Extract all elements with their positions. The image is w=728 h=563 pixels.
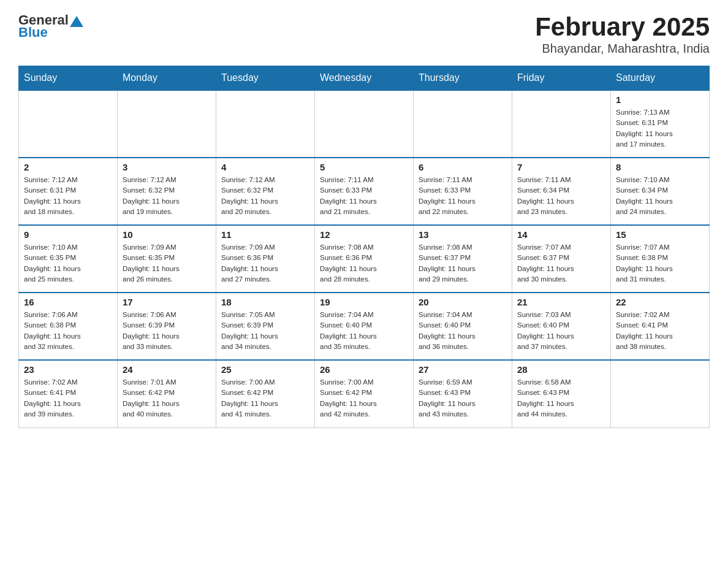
day-number: 8 (616, 162, 704, 172)
day-info: Sunrise: 7:11 AMSunset: 6:33 PMDaylight:… (320, 175, 408, 217)
day-info: Sunrise: 7:08 AMSunset: 6:37 PMDaylight:… (419, 242, 507, 285)
day-info: Sunrise: 7:11 AMSunset: 6:33 PMDaylight:… (419, 175, 507, 217)
calendar-cell: 8Sunrise: 7:10 AMSunset: 6:34 PMDaylight… (611, 158, 710, 225)
calendar-header-monday: Monday (118, 66, 216, 91)
day-number: 18 (221, 297, 309, 307)
calendar-cell: 5Sunrise: 7:11 AMSunset: 6:33 PMDaylight… (315, 158, 414, 225)
calendar-header-thursday: Thursday (414, 66, 512, 91)
day-info: Sunrise: 7:10 AMSunset: 6:35 PMDaylight:… (24, 242, 112, 285)
day-info: Sunrise: 7:02 AMSunset: 6:41 PMDaylight:… (24, 377, 112, 419)
calendar-cell: 4Sunrise: 7:12 AMSunset: 6:32 PMDaylight… (216, 158, 315, 225)
day-info: Sunrise: 6:59 AMSunset: 6:43 PMDaylight:… (419, 377, 507, 419)
day-number: 25 (221, 364, 309, 375)
calendar-cell: 11Sunrise: 7:09 AMSunset: 6:36 PMDayligh… (216, 225, 315, 293)
svg-marker-0 (70, 16, 83, 27)
day-info: Sunrise: 7:03 AMSunset: 6:40 PMDaylight:… (517, 310, 605, 352)
day-number: 3 (123, 162, 211, 172)
page-header: General Blue February 2025 Bhayandar, Ma… (18, 12, 710, 56)
day-number: 23 (24, 364, 112, 375)
day-info: Sunrise: 7:07 AMSunset: 6:37 PMDaylight:… (517, 242, 605, 285)
calendar-cell: 20Sunrise: 7:04 AMSunset: 6:40 PMDayligh… (414, 293, 512, 360)
calendar-cell: 13Sunrise: 7:08 AMSunset: 6:37 PMDayligh… (414, 225, 512, 293)
calendar-header-wednesday: Wednesday (315, 66, 414, 91)
day-info: Sunrise: 7:06 AMSunset: 6:39 PMDaylight:… (123, 310, 211, 352)
day-info: Sunrise: 7:04 AMSunset: 6:40 PMDaylight:… (320, 310, 408, 352)
calendar-table: SundayMondayTuesdayWednesdayThursdayFrid… (18, 66, 710, 428)
logo-text-blue: Blue (18, 25, 48, 40)
day-info: Sunrise: 7:12 AMSunset: 6:31 PMDaylight:… (24, 175, 112, 217)
calendar-cell (118, 90, 216, 158)
calendar-cell: 3Sunrise: 7:12 AMSunset: 6:32 PMDaylight… (118, 158, 216, 225)
calendar-cell: 18Sunrise: 7:05 AMSunset: 6:39 PMDayligh… (216, 293, 315, 360)
day-number: 24 (123, 364, 211, 375)
day-number: 17 (123, 297, 211, 307)
title-block: February 2025 Bhayandar, Maharashtra, In… (535, 12, 710, 56)
calendar-cell (611, 360, 710, 427)
day-info: Sunrise: 7:07 AMSunset: 6:38 PMDaylight:… (616, 242, 704, 285)
calendar-cell: 27Sunrise: 6:59 AMSunset: 6:43 PMDayligh… (414, 360, 512, 427)
calendar-header-saturday: Saturday (611, 66, 710, 91)
logo: General Blue (18, 12, 83, 40)
week-row-3: 9Sunrise: 7:10 AMSunset: 6:35 PMDaylight… (19, 225, 710, 293)
day-info: Sunrise: 7:08 AMSunset: 6:36 PMDaylight:… (320, 242, 408, 285)
day-number: 15 (616, 229, 704, 240)
day-info: Sunrise: 7:01 AMSunset: 6:42 PMDaylight:… (123, 377, 211, 419)
page-title: February 2025 (535, 12, 710, 42)
day-number: 11 (221, 229, 309, 240)
calendar-cell: 19Sunrise: 7:04 AMSunset: 6:40 PMDayligh… (315, 293, 414, 360)
day-number: 14 (517, 229, 605, 240)
calendar-cell: 10Sunrise: 7:09 AMSunset: 6:35 PMDayligh… (118, 225, 216, 293)
calendar-cell: 14Sunrise: 7:07 AMSunset: 6:37 PMDayligh… (512, 225, 611, 293)
page-subtitle: Bhayandar, Maharashtra, India (535, 42, 710, 56)
calendar-cell (512, 90, 611, 158)
calendar-cell (414, 90, 512, 158)
calendar-cell: 23Sunrise: 7:02 AMSunset: 6:41 PMDayligh… (19, 360, 118, 427)
day-number: 7 (517, 162, 605, 172)
day-number: 5 (320, 162, 408, 172)
day-info: Sunrise: 7:10 AMSunset: 6:34 PMDaylight:… (616, 175, 704, 217)
calendar-header-sunday: Sunday (19, 66, 118, 91)
day-info: Sunrise: 6:58 AMSunset: 6:43 PMDaylight:… (517, 377, 605, 419)
calendar-cell (19, 90, 118, 158)
day-number: 1 (616, 94, 704, 105)
day-number: 20 (419, 297, 507, 307)
day-number: 16 (24, 297, 112, 307)
day-number: 2 (24, 162, 112, 172)
calendar-cell: 1Sunrise: 7:13 AMSunset: 6:31 PMDaylight… (611, 90, 710, 158)
calendar-cell: 17Sunrise: 7:06 AMSunset: 6:39 PMDayligh… (118, 293, 216, 360)
day-info: Sunrise: 7:12 AMSunset: 6:32 PMDaylight:… (221, 175, 309, 217)
day-info: Sunrise: 7:11 AMSunset: 6:34 PMDaylight:… (517, 175, 605, 217)
day-info: Sunrise: 7:00 AMSunset: 6:42 PMDaylight:… (221, 377, 309, 419)
calendar-cell (216, 90, 315, 158)
day-info: Sunrise: 7:13 AMSunset: 6:31 PMDaylight:… (616, 107, 704, 150)
day-number: 13 (419, 229, 507, 240)
day-number: 28 (517, 364, 605, 375)
calendar-cell: 2Sunrise: 7:12 AMSunset: 6:31 PMDaylight… (19, 158, 118, 225)
day-number: 9 (24, 229, 112, 240)
day-number: 21 (517, 297, 605, 307)
calendar-cell: 16Sunrise: 7:06 AMSunset: 6:38 PMDayligh… (19, 293, 118, 360)
day-info: Sunrise: 7:09 AMSunset: 6:35 PMDaylight:… (123, 242, 211, 285)
calendar-cell: 28Sunrise: 6:58 AMSunset: 6:43 PMDayligh… (512, 360, 611, 427)
week-row-4: 16Sunrise: 7:06 AMSunset: 6:38 PMDayligh… (19, 293, 710, 360)
week-row-2: 2Sunrise: 7:12 AMSunset: 6:31 PMDaylight… (19, 158, 710, 225)
day-number: 27 (419, 364, 507, 375)
week-row-5: 23Sunrise: 7:02 AMSunset: 6:41 PMDayligh… (19, 360, 710, 427)
day-number: 6 (419, 162, 507, 172)
calendar-cell: 9Sunrise: 7:10 AMSunset: 6:35 PMDaylight… (19, 225, 118, 293)
day-info: Sunrise: 7:05 AMSunset: 6:39 PMDaylight:… (221, 310, 309, 352)
logo-arrow-icon (70, 13, 83, 27)
calendar-header-row: SundayMondayTuesdayWednesdayThursdayFrid… (19, 66, 710, 91)
calendar-cell: 6Sunrise: 7:11 AMSunset: 6:33 PMDaylight… (414, 158, 512, 225)
day-info: Sunrise: 7:02 AMSunset: 6:41 PMDaylight:… (616, 310, 704, 352)
calendar-cell: 22Sunrise: 7:02 AMSunset: 6:41 PMDayligh… (611, 293, 710, 360)
day-info: Sunrise: 7:09 AMSunset: 6:36 PMDaylight:… (221, 242, 309, 285)
day-info: Sunrise: 7:12 AMSunset: 6:32 PMDaylight:… (123, 175, 211, 217)
day-number: 10 (123, 229, 211, 240)
day-info: Sunrise: 7:06 AMSunset: 6:38 PMDaylight:… (24, 310, 112, 352)
calendar-cell: 15Sunrise: 7:07 AMSunset: 6:38 PMDayligh… (611, 225, 710, 293)
calendar-cell: 21Sunrise: 7:03 AMSunset: 6:40 PMDayligh… (512, 293, 611, 360)
day-info: Sunrise: 7:04 AMSunset: 6:40 PMDaylight:… (419, 310, 507, 352)
day-number: 12 (320, 229, 408, 240)
week-row-1: 1Sunrise: 7:13 AMSunset: 6:31 PMDaylight… (19, 90, 710, 158)
